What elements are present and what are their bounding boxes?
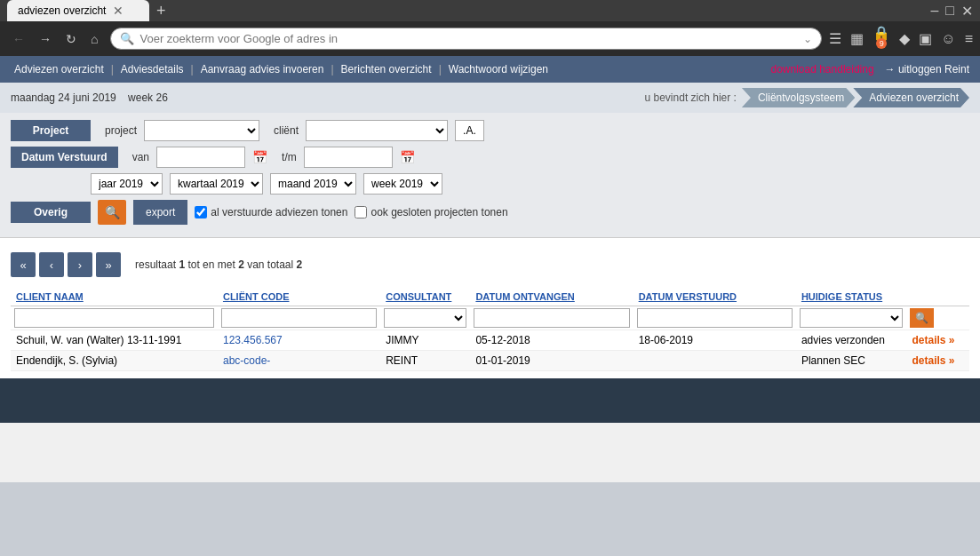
breadcrumb-date: maandag 24 juni 2019 week 26 [11,91,168,104]
nav-aanvraag-advies[interactable]: Aanvraag advies invoeren [195,56,330,83]
new-tab-button[interactable]: + [149,2,173,20]
home-button[interactable]: ⌂ [85,30,103,48]
sidebar-icon[interactable]: ▦ [850,30,864,47]
reload-button[interactable]: ↻ [60,30,82,48]
client-code-link-2[interactable]: abc-code- [223,354,270,367]
client-code-link-1[interactable]: 123.456.567 [223,334,283,346]
nav-wachtwoord[interactable]: Wachtwoord wijzigen [443,56,554,83]
breadcrumb-clientvolgsysteem[interactable]: Cliëntvolgsysteem [742,88,855,107]
qr-icon[interactable]: ▣ [919,30,932,47]
filter-datum-verstuurd[interactable] [637,308,793,328]
address-input[interactable] [139,32,798,45]
tab-title: adviezen overzicht [18,4,106,17]
nav-links: Adviezen overzicht | Adviesdetails | Aan… [0,56,562,83]
page-info: resultaat 1 tot en met 2 van totaal 2 [135,258,302,271]
datum-verstuurd-label: Datum Verstuurd [11,147,118,168]
form-area: Project project cliënt .A. Datum Verstuu… [0,113,980,238]
client-select[interactable] [306,120,448,141]
search-button[interactable]: 🔍 [98,200,126,225]
cell-datum-ontvangen-1: 05-12-2018 [470,330,633,351]
col-client-code[interactable]: CLIËNT CODE [218,288,380,306]
col-details [906,288,969,306]
checkbox-gesloten-projecten[interactable]: ook gesloten projecten tonen [355,206,507,218]
address-bar[interactable]: 🔍 ⌄ [110,28,822,50]
project-field-label: project [105,124,137,137]
logout-link[interactable]: → uitloggen Reint [885,63,969,75]
menu-icon[interactable]: ≡ [965,31,973,47]
pagination: « ‹ › » resultaat 1 tot en met 2 van tot… [11,245,969,284]
calendar-to-icon[interactable]: 📅 [400,150,415,164]
project-select[interactable] [144,120,259,141]
next-page-button[interactable]: › [68,252,92,277]
back-button[interactable]: ← [7,30,30,48]
tab-close-icon[interactable]: ✕ [113,4,123,17]
cell-datum-verstuurd-1: 18-06-2019 [633,330,796,351]
maximize-button[interactable]: □ [945,3,954,19]
nav-right: download handleiding → uitloggen Reint [770,63,980,75]
project-label: Project [11,120,91,141]
col-client-naam[interactable]: CLIENT NAAM [11,288,218,306]
maand-select[interactable]: maand 2019 [270,173,356,195]
date-to-input[interactable] [304,147,393,168]
van-label: van [132,151,149,163]
cell-client-naam-2: Endendijk, S. (Sylvia) [11,351,218,371]
kwartaal-select[interactable]: kwartaal 2019 [170,173,263,195]
checkbox-gesloten-input[interactable] [355,206,367,218]
col-datum-verstuurd[interactable]: DATUM VERSTUURD [633,288,796,306]
cell-details-1: details » [906,330,969,351]
details-link-2[interactable]: details » [912,354,954,367]
address-chevron-icon[interactable]: ⌄ [803,33,812,45]
breadcrumb-bar: maandag 24 juni 2019 week 26 u bevindt z… [0,83,980,113]
filter-search-button[interactable]: 🔍 [910,308,934,328]
breadcrumb-right: u bevindt zich hier : Cliëntvolgsysteem … [645,88,969,107]
footer [0,378,980,423]
table-row: Schuil, W. van (Walter) 13-11-1991 123.4… [11,330,969,351]
library-icon[interactable]: ☰ [829,30,841,47]
checkbox-al-verstuurde[interactable]: al verstuurde adviezen tonen [195,206,347,218]
filter-datum-ontvangen[interactable] [474,308,629,328]
col-huidige-status[interactable]: HUIDIGE STATUS [796,288,907,306]
jaar-select[interactable]: jaar 2019 [91,173,163,195]
forward-button[interactable]: → [34,30,57,48]
filter-client-code[interactable] [221,308,377,328]
data-table: CLIENT NAAM CLIËNT CODE CONSULTANT DATUM… [11,288,969,371]
logout-label: uitloggen Reint [898,63,969,75]
shield-icon[interactable]: ◆ [899,30,910,47]
btn-a[interactable]: .A. [455,120,484,141]
results-area: « ‹ › » resultaat 1 tot en met 2 van tot… [0,238,980,378]
overig-label: Overig [11,202,91,223]
filter-consultant[interactable] [384,308,466,328]
date-from-input[interactable] [156,147,245,168]
browser-tab[interactable]: adviezen overzicht ✕ [7,0,149,21]
cell-datum-ontvangen-2: 01-01-2019 [470,351,633,371]
overig-row: Overig 🔍 export al verstuurde adviezen t… [11,200,969,225]
cell-datum-verstuurd-2 [633,351,796,371]
week-select[interactable]: week 2019 [363,173,442,195]
nav-adviesdetails[interactable]: Adviesdetails [116,56,189,83]
breadcrumb-adviezen-overzicht[interactable]: Adviezen overzicht [853,88,969,107]
filter-status[interactable] [800,308,904,328]
last-page-button[interactable]: » [96,252,121,277]
table-row: Endendijk, S. (Sylvia) abc-code- REINT 0… [11,351,969,371]
download-handleiding-link[interactable]: download handleiding [770,63,873,75]
filter-client-naam[interactable] [14,308,214,328]
col-datum-ontvangen[interactable]: DATUM ONTVANGEN [470,288,633,306]
minimize-button[interactable]: – [930,3,938,19]
account-icon[interactable]: ☺ [941,31,955,47]
details-link-1[interactable]: details » [912,334,954,346]
search-icon: 🔍 [120,32,134,45]
period-row: jaar 2019 kwartaal 2019 maand 2019 week … [91,173,969,195]
col-consultant[interactable]: CONSULTANT [380,288,470,306]
cell-client-naam-1: Schuil, W. van (Walter) 13-11-1991 [11,330,218,351]
logout-arrow-icon: → [885,63,896,75]
first-page-button[interactable]: « [11,252,36,277]
checkbox-al-verstuurde-input[interactable] [195,206,207,218]
nav-berichten-overzicht[interactable]: Berichten overzicht [336,56,437,83]
close-window-button[interactable]: ✕ [961,3,973,20]
export-button[interactable]: export [133,200,187,225]
datum-row: Datum Verstuurd van 📅 t/m 📅 [11,147,969,168]
calendar-from-icon[interactable]: 📅 [252,150,267,164]
nav-adviezen-overzicht[interactable]: Adviezen overzicht [9,56,109,83]
notifications-icon[interactable]: 🔒 9 [872,25,890,52]
prev-page-button[interactable]: ‹ [39,252,64,277]
